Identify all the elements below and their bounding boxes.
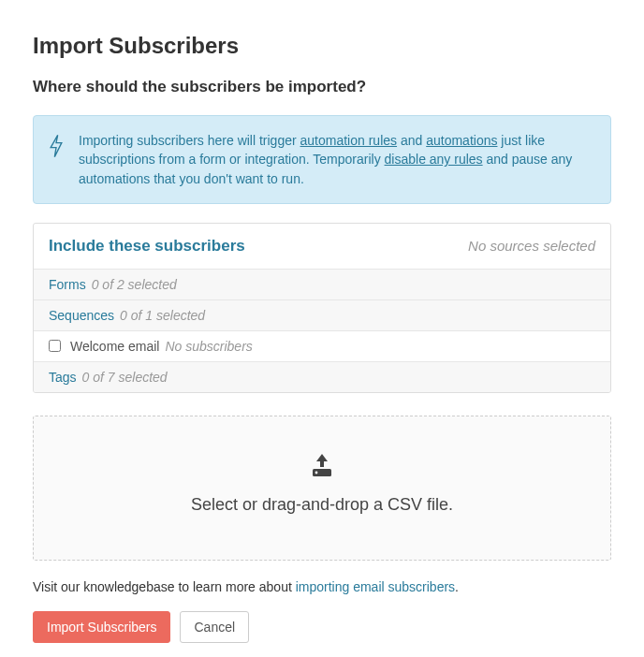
group-label: Tags [49,370,77,385]
forms-group-row[interactable]: Forms 0 of 2 selected [34,270,610,300]
knowledgebase-link[interactable]: importing email subscribers [296,579,455,594]
sequence-item-hint: No subscribers [165,339,252,354]
action-buttons: Import Subscribers Cancel [33,611,611,643]
help-text-before: Visit our knowledgebase to learn more ab… [33,579,296,594]
sources-panel: Include these subscribers No sources sel… [33,223,611,393]
tags-group-row[interactable]: Tags 0 of 7 selected [34,362,610,392]
help-text: Visit our knowledgebase to learn more ab… [33,579,611,594]
group-label: Sequences [49,308,114,323]
sequence-item-label: Welcome email [70,339,159,354]
page-subtitle: Where should the subscribers be imported… [33,78,611,96]
csv-dropzone[interactable]: Select or drag-and-drop a CSV file. [33,416,611,561]
panel-hint: No sources selected [468,238,595,254]
disable-rules-link[interactable]: disable any rules [385,152,483,167]
automations-link[interactable]: automations [426,133,497,148]
panel-title: Include these subscribers [49,237,245,256]
import-subscribers-button[interactable]: Import Subscribers [33,611,170,643]
welcome-email-checkbox[interactable] [49,340,61,352]
info-text: Importing subscribers here will trigger … [79,131,593,188]
sequence-item-row: Welcome email No subscribers [34,331,610,362]
dropzone-text: Select or drag-and-drop a CSV file. [52,495,592,515]
info-callout: Importing subscribers here will trigger … [33,115,611,204]
group-label: Forms [49,277,86,292]
sequences-group-row[interactable]: Sequences 0 of 1 selected [34,300,610,331]
help-text-after: . [455,579,459,594]
svg-point-1 [315,471,318,474]
info-text-part: Importing subscribers here will trigger [79,133,300,148]
automation-rules-link[interactable]: automation rules [300,133,398,148]
cancel-button[interactable]: Cancel [180,611,249,643]
lightning-icon [47,131,66,163]
sources-panel-header: Include these subscribers No sources sel… [34,224,610,270]
page-title: Import Subscribers [33,33,611,59]
info-text-part: and [397,133,426,148]
group-hint: 0 of 2 selected [92,277,177,292]
upload-icon [52,452,592,482]
group-hint: 0 of 1 selected [120,308,205,323]
group-hint: 0 of 7 selected [82,370,168,385]
